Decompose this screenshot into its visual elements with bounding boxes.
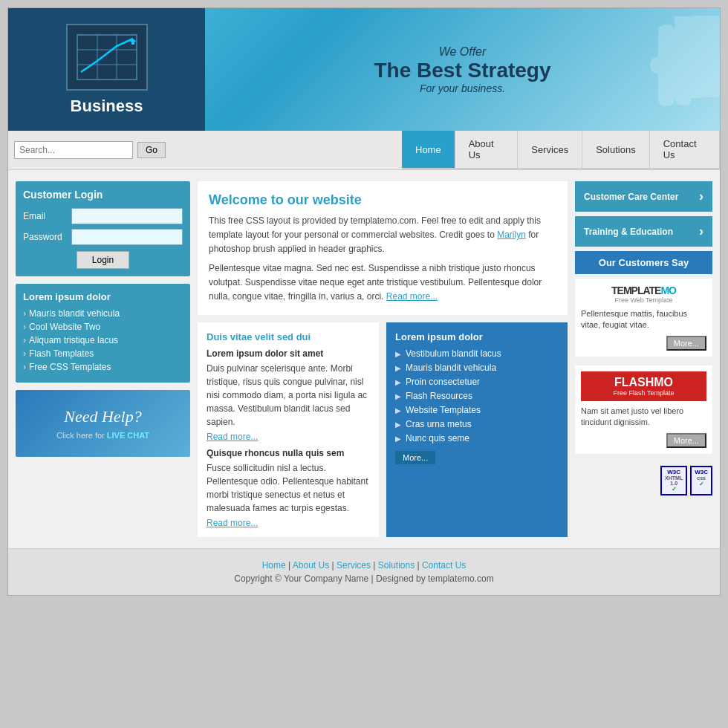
live-chat-link[interactable]: LIVE CHAT [107, 431, 149, 440]
customer-care-button[interactable]: Customer Care Center › [575, 181, 712, 212]
password-row: Password [23, 229, 183, 245]
password-label: Password [23, 232, 71, 242]
footer-link-contact[interactable]: Contact Us [422, 560, 466, 571]
footer-link-home[interactable]: Home [262, 560, 286, 571]
header-right: We Offer The Best Strategy For your busi… [205, 8, 720, 131]
welcome-para1: This free CSS layout is provided by temp… [209, 214, 556, 257]
col-left-title: Duis vitae velit sed dui [207, 331, 370, 342]
login-button[interactable]: Login [77, 251, 129, 269]
footer-link-about[interactable]: About Us [293, 560, 329, 571]
puzzle-decoration [579, 8, 720, 131]
col-left-subtitle2: Quisque rhoncus nulla quis sem [207, 448, 370, 458]
footer-link-services[interactable]: Services [337, 560, 371, 571]
col-left-text2: Fusce sollicitudin nisl a lectus. Pellen… [207, 461, 370, 515]
main-content: Customer Login Email Password Login Lore… [8, 170, 720, 548]
main-nav: Home About Us Services Solutions Contact… [402, 131, 720, 169]
welcome-para2: Pellentesque vitae magna. Sed nec est. S… [209, 261, 556, 305]
right-sidebar: Customer Care Center › Training & Educat… [575, 181, 712, 537]
training-education-button[interactable]: Training & Education › [575, 216, 712, 247]
topbar-row: Go Home About Us Services Solutions Cont… [8, 131, 720, 170]
col-left-subtitle1: Lorem ipsum dolor sit amet [207, 348, 370, 359]
customer-care-label: Customer Care Center [584, 192, 678, 202]
col-right-list-item-6: ▶Nunc quis seme [395, 433, 559, 443]
flashmo-card: FLASHMO Free Flash Template Nam sit amet… [575, 365, 712, 454]
our-customers-heading: Our Customers Say [575, 251, 712, 274]
flashmo-desc: Nam sit amet justo vel libero tincidunt … [581, 406, 706, 429]
nav-item-home[interactable]: Home [402, 131, 455, 168]
col-right-title: Lorem ipsum dolor [395, 331, 559, 342]
templatemo-desc: Pellentesque mattis, faucibus vitae, feu… [581, 308, 706, 331]
email-input[interactable] [71, 208, 183, 224]
logo-box [66, 24, 148, 91]
logo-icon [74, 31, 140, 83]
sidebar-link-4[interactable]: Free CSS Templates [23, 362, 183, 372]
customer-care-arrow-icon: › [699, 189, 703, 204]
templatemo-logo: TEMPLATEMO Free Web Template [581, 285, 706, 304]
sidebar-link-0[interactable]: Mauris blandit vehicula [23, 308, 183, 319]
marilyn-link[interactable]: Marilyn [497, 230, 526, 240]
col-right-list-item-0: ▶Vestibulum blandit lacus [395, 348, 559, 359]
welcome-section: Welcome to our website This free CSS lay… [198, 181, 568, 315]
search-area: Go [8, 131, 205, 169]
col-right-list-item-1: ▶Mauris blandit vehicula [395, 363, 559, 373]
w3c-css-badge: W3C css ✓ [690, 466, 712, 495]
training-arrow-icon: › [699, 224, 703, 239]
w3c-badges: W3C XHTML 1.0 ✓ W3C css ✓ [575, 466, 712, 495]
sidebar-link-3[interactable]: Flash Templates [23, 348, 183, 359]
live-chat-text: Click here for LIVE CHAT [56, 431, 149, 440]
footer-links: Home | About Us | Services | Solutions |… [19, 560, 709, 571]
help-box[interactable]: Need Help? Click here for LIVE CHAT [16, 390, 190, 457]
sidebar-links-box: Lorem ipsum dolor Mauris blandit vehicul… [16, 284, 190, 383]
col-right-more-button[interactable]: More... [395, 451, 435, 464]
col-left-read-more-2[interactable]: Read more... [207, 518, 258, 528]
nav-item-about[interactable]: About Us [455, 131, 519, 168]
sub-title: For your business. [374, 82, 550, 94]
login-title: Customer Login [23, 189, 183, 201]
search-input[interactable] [14, 141, 133, 159]
site-title: Business [71, 97, 143, 116]
templatemo-card: TEMPLATEMO Free Web Template Pellentesqu… [575, 279, 712, 357]
flashmo-more-button[interactable]: More... [666, 433, 706, 448]
welcome-read-more-link[interactable]: Read more... [386, 291, 438, 302]
sidebar-link-1[interactable]: Cool Website Two [23, 322, 183, 332]
content-col-right: Lorem ipsum dolor ▶Vestibulum blandit la… [386, 322, 568, 537]
content-col-left: Duis vitae velit sed dui Lorem ipsum dol… [198, 322, 379, 537]
nav-item-services[interactable]: Services [518, 131, 582, 168]
col-right-list-item-2: ▶Proin consectetuer [395, 377, 559, 387]
center-content: Welcome to our website This free CSS lay… [198, 181, 568, 537]
footer-copyright: Copyright © Your Company Name | Designed… [19, 573, 709, 584]
main-title: The Best Strategy [374, 59, 550, 82]
footer-link-solutions[interactable]: Solutions [378, 560, 415, 571]
header-tagline: We Offer The Best Strategy For your busi… [374, 45, 550, 94]
header-left: Business [8, 8, 205, 131]
content-columns: Duis vitae velit sed dui Lorem ipsum dol… [198, 322, 568, 537]
password-input[interactable] [71, 229, 183, 245]
nav-item-contact[interactable]: Contact Us [650, 131, 720, 168]
sidebar-link-2[interactable]: Aliquam tristique lacus [23, 335, 183, 345]
nav-item-solutions[interactable]: Solutions [582, 131, 649, 168]
col-right-list-item-5: ▶Cras urna metus [395, 419, 559, 429]
welcome-title: Welcome to our website [209, 192, 556, 208]
help-text: Need Help? [64, 407, 141, 426]
footer: Home | About Us | Services | Solutions |… [8, 548, 720, 595]
training-label: Training & Education [584, 227, 673, 237]
col-right-list-item-3: ▶Flash Resources [395, 391, 559, 401]
customer-login-box: Customer Login Email Password Login [16, 181, 190, 276]
templatemo-more-button[interactable]: More... [666, 336, 706, 351]
links-title: Lorem ipsum dolor [23, 291, 183, 302]
email-label: Email [23, 211, 71, 221]
col-right-list-item-4: ▶Website Templates [395, 405, 559, 415]
flashmo-logo: FLASHMO Free Flash Template [581, 371, 706, 401]
we-offer-text: We Offer [374, 45, 550, 59]
left-sidebar: Customer Login Email Password Login Lore… [16, 181, 190, 537]
search-go-button[interactable]: Go [137, 142, 166, 158]
col-left-text1: Duis pulvinar scelerisque ante. Morbi tr… [207, 362, 370, 429]
col-left-read-more-1[interactable]: Read more... [207, 432, 258, 442]
email-row: Email [23, 208, 183, 224]
w3c-xhtml-badge: W3C XHTML 1.0 ✓ [660, 466, 687, 495]
